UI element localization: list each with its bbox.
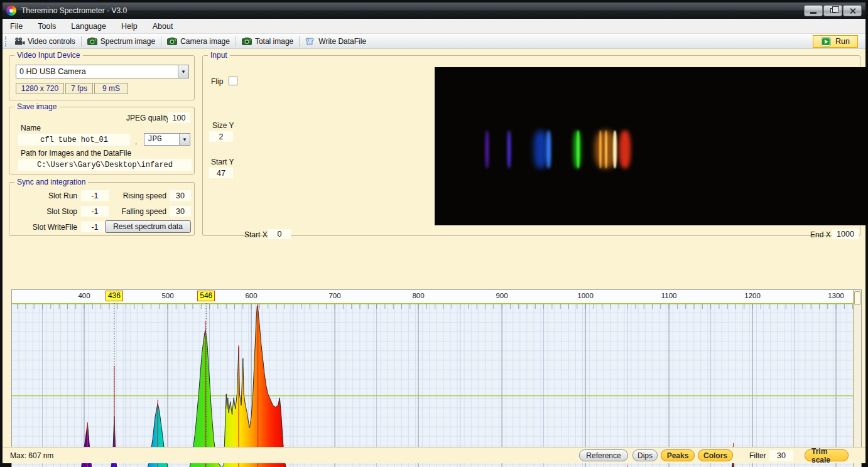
filename-field[interactable]: cfl tube hot_01	[18, 134, 130, 146]
slot-writefile-label: Slot WriteFile	[33, 223, 77, 232]
camera-icon	[167, 37, 177, 46]
menu-file[interactable]: File	[3, 20, 30, 33]
axis-tick-label: 1100	[661, 292, 677, 299]
axis-tick-label: 600	[245, 292, 257, 299]
window-controls	[804, 5, 862, 16]
axis-tick-label: 1200	[744, 292, 761, 299]
filter-field[interactable]: 30	[769, 450, 793, 461]
spectral-line	[534, 131, 548, 168]
calibration-marker-546[interactable]: 546	[197, 291, 215, 301]
toolbar-separator	[236, 36, 236, 47]
toolbar-separator	[161, 36, 161, 47]
run-label: Run	[835, 37, 850, 46]
toolbar-camera-image-button[interactable]: Camera image	[163, 36, 234, 47]
spectrum-curve	[12, 303, 854, 467]
menu-language[interactable]: Language	[63, 20, 114, 33]
app-window: Theremino Spectrometer - V3.0 FileToolsL…	[0, 0, 868, 467]
end-x-field[interactable]: 1000	[832, 229, 859, 239]
toolbar-total-image-button[interactable]: Total image	[237, 36, 298, 47]
video-input-title: Video Input Device	[14, 51, 83, 60]
input-group: Input Flip Size Y 2 Start Y 47 Start X 0…	[202, 55, 860, 236]
reference-button[interactable]: Reference	[579, 449, 628, 461]
falling-speed-label: Falling speed	[122, 207, 166, 216]
close-button[interactable]	[843, 5, 862, 16]
video-device-select[interactable]: 0 HD USB Camera ▼	[16, 65, 189, 78]
toolbar-button-label: Write DataFile	[318, 37, 366, 46]
flip-checkbox[interactable]	[229, 77, 237, 85]
flip-label: Flip	[211, 77, 223, 86]
axis-tick-label: 900	[496, 292, 507, 299]
window-title: Theremino Spectrometer - V3.0	[21, 6, 127, 15]
slot-stop-field[interactable]: -1	[81, 206, 109, 217]
toolbar-separator	[299, 36, 300, 47]
toolbar-separator	[81, 36, 82, 47]
save-image-title: Save image	[14, 102, 59, 111]
slot-run-label: Slot Run	[48, 191, 77, 200]
spectral-line	[605, 131, 607, 168]
chevron-down-icon: ▼	[179, 134, 190, 145]
resolution-chip: 1280 x 720	[16, 83, 64, 94]
spectral-line	[486, 131, 489, 168]
spectral-line	[507, 131, 511, 168]
titlebar: Theremino Spectrometer - V3.0	[3, 3, 865, 19]
dips-button[interactable]: Dips	[632, 449, 658, 461]
video-input-group: Video Input Device 0 HD USB Camera ▼ 128…	[9, 55, 195, 100]
toolbar: Video controlsSpectrum imageCamera image…	[3, 34, 865, 49]
size-y-label: Size Y	[212, 121, 234, 130]
toolbar-grip	[5, 36, 7, 46]
toolbar-button-label: Spectrum image	[100, 37, 155, 46]
toolbar-button-label: Video controls	[28, 37, 75, 46]
calibration-marker-436[interactable]: 436	[106, 291, 123, 301]
format-select[interactable]: JPG ▼	[144, 133, 190, 146]
end-x-label: End X	[810, 230, 831, 239]
toolbar-video-controls-button[interactable]: Video controls	[10, 36, 80, 47]
fps-chip: 7 fps	[65, 83, 93, 94]
start-x-field[interactable]: 0	[268, 229, 291, 239]
sync-group: Sync and integration Slot Run -1 Slot St…	[9, 182, 195, 236]
menu-about[interactable]: About	[145, 20, 181, 33]
toolbar-button-label: Total image	[255, 37, 293, 46]
app-logo-icon	[6, 6, 16, 16]
toolbar-button-label: Camera image	[180, 37, 230, 46]
jpeg-quality-field[interactable]: 100	[168, 112, 190, 123]
falling-speed-field[interactable]: 30	[170, 206, 191, 217]
slot-run-field[interactable]: -1	[81, 190, 109, 201]
reset-spectrum-button[interactable]: Reset spectrum data	[105, 220, 191, 233]
statusbar: Max: 607 nm ReferenceDipsPeaksColors Fil…	[3, 447, 865, 463]
video-controls-icon	[14, 37, 24, 46]
toolbar-spectrum-image-button[interactable]: Spectrum image	[83, 36, 160, 47]
colors-button[interactable]: Colors	[698, 449, 733, 461]
run-button[interactable]: Run	[813, 35, 858, 48]
menu-tools[interactable]: Tools	[30, 20, 63, 33]
run-icon	[821, 37, 831, 46]
sync-title: Sync and integration	[14, 178, 88, 186]
name-label: Name	[21, 124, 41, 132]
maximize-button[interactable]	[823, 5, 842, 16]
peaks-button[interactable]: Peaks	[661, 449, 695, 461]
minimize-button[interactable]	[804, 5, 823, 16]
chart-scrollbar-handle[interactable]	[854, 291, 860, 305]
slot-stop-label: Slot Stop	[46, 207, 77, 216]
maximize-icon	[830, 8, 836, 13]
axis-tick-label: 700	[328, 292, 340, 299]
trim-scale-button[interactable]: Trim scale	[805, 449, 849, 461]
start-y-field[interactable]: 47	[209, 168, 233, 178]
spectral-line	[619, 131, 631, 168]
chevron-down-icon: ▼	[178, 65, 188, 78]
toolbar-write-datafile-button[interactable]: Write DataFile	[301, 36, 371, 47]
format-value: JPG	[144, 135, 179, 144]
spectral-line	[599, 131, 602, 168]
axis-tick-label: 800	[412, 292, 424, 299]
menu-help[interactable]: Help	[114, 20, 145, 33]
size-y-field[interactable]: 2	[209, 131, 233, 142]
max-wavelength-readout: Max: 607 nm	[10, 451, 53, 460]
start-y-label: Start Y	[211, 158, 234, 166]
wavelength-axis: 4005006007008009001000110012001300436546	[12, 290, 854, 303]
camera-image[interactable]	[435, 67, 868, 225]
spectrum-chart: 4005006007008009001000110012001300436546…	[11, 289, 862, 467]
save-image-group: Save image Name JPEG quality 100 cfl tub…	[9, 107, 195, 174]
axis-tick-label: 400	[78, 292, 90, 299]
start-x-label: Start X	[244, 230, 268, 239]
rising-speed-field[interactable]: 30	[170, 190, 191, 201]
path-field[interactable]: C:\Users\GaryG\Desktop\infared	[18, 159, 192, 171]
